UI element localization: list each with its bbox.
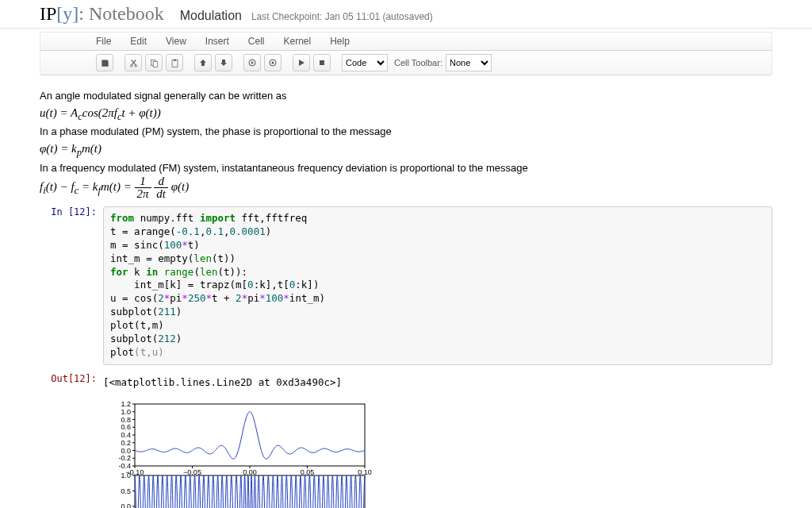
svg-text:0.0: 0.0 xyxy=(121,446,131,454)
copy-button[interactable] xyxy=(145,54,163,71)
output-prompt: Out[12]: xyxy=(40,373,103,391)
menu-file[interactable]: File xyxy=(96,36,111,47)
celltoolbar-label: Cell Toolbar: xyxy=(394,58,442,67)
logo-ip: IP xyxy=(40,3,56,24)
svg-text:0.5: 0.5 xyxy=(121,487,131,495)
runall-button[interactable] xyxy=(264,54,282,71)
svg-text:0.4: 0.4 xyxy=(121,431,131,439)
celltoolbar-select[interactable]: None xyxy=(446,54,492,71)
menu-view[interactable]: View xyxy=(166,36,186,47)
menu-help[interactable]: Help xyxy=(330,36,350,47)
checkpoint-text: Last Checkpoint: Jan 05 11:01 (autosaved… xyxy=(251,11,433,22)
markdown-cell[interactable]: An angle modulated signal generally can … xyxy=(40,88,772,200)
play-icon xyxy=(297,59,305,67)
celltype-select[interactable]: Code xyxy=(342,54,388,71)
svg-text:0.0: 0.0 xyxy=(121,502,131,508)
svg-text:0.6: 0.6 xyxy=(121,423,131,431)
moveup-button[interactable] xyxy=(194,54,212,71)
menubar: File Edit View Insert Cell Kernel Help xyxy=(40,32,772,51)
logo-notebook: Notebook xyxy=(89,3,164,24)
svg-text:1.0: 1.0 xyxy=(121,471,131,479)
svg-text:0.2: 0.2 xyxy=(121,438,131,446)
save-icon xyxy=(101,59,109,67)
input-prompt: In [12]: xyxy=(40,206,103,365)
menu-kernel[interactable]: Kernel xyxy=(284,36,312,47)
svg-point-8 xyxy=(272,62,274,64)
equation-2: φ(t) = kpm(t) xyxy=(40,140,772,160)
paste-button[interactable] xyxy=(166,54,183,71)
save-button[interactable] xyxy=(96,54,113,71)
code-cell: In [12]: from numpy.fft import fft,fftfr… xyxy=(40,206,772,365)
copy-icon xyxy=(150,59,159,67)
menu-cell[interactable]: Cell xyxy=(248,36,265,47)
matplotlib-figure: -0.4-0.20.00.20.40.60.81.01.2−0.10−0.050… xyxy=(103,396,373,508)
play-step-icon xyxy=(248,59,256,67)
svg-text:-0.2: -0.2 xyxy=(118,454,131,462)
notebook-title[interactable]: Modulation xyxy=(180,9,242,23)
stop-icon xyxy=(318,59,326,67)
toolbar: Code Cell Toolbar: None xyxy=(40,51,772,75)
cut-button[interactable] xyxy=(124,54,142,71)
text-line: In a phase modulated (PM) system, the ph… xyxy=(40,124,772,140)
svg-text:1.2: 1.2 xyxy=(121,400,131,408)
menu-edit[interactable]: Edit xyxy=(130,36,147,47)
svg-rect-9 xyxy=(320,60,324,65)
svg-rect-3 xyxy=(153,61,158,67)
text-line: In a frequency modulated (FM) system, in… xyxy=(40,160,772,176)
svg-rect-5 xyxy=(174,59,176,60)
arrow-up-icon xyxy=(199,59,207,67)
svg-rect-39 xyxy=(135,475,365,508)
play-button[interactable] xyxy=(293,54,310,71)
run-button[interactable] xyxy=(243,54,261,71)
arrow-down-icon xyxy=(220,59,228,67)
logo-bracket: [y]: xyxy=(56,3,84,24)
output-cell: Out[12]: [<matplotlib.lines.Line2D at 0x… xyxy=(40,373,772,391)
equation-3: fi(t) − fc = kfm(t) = 12π ddt φ(t) xyxy=(40,175,772,200)
play-circle-icon xyxy=(269,59,277,67)
svg-text:1.0: 1.0 xyxy=(121,407,131,415)
cut-icon xyxy=(129,59,138,67)
stop-button[interactable] xyxy=(313,54,331,71)
output-text: [<matplotlib.lines.Line2D at 0xd3a490c>] xyxy=(103,373,772,391)
menu-insert[interactable]: Insert xyxy=(205,36,229,47)
svg-rect-10 xyxy=(135,404,365,466)
app-header: IP[y]: Notebook Modulation Last Checkpoi… xyxy=(0,0,812,29)
paste-icon xyxy=(170,59,179,67)
notebook-content: An angle modulated signal generally can … xyxy=(0,75,812,508)
logo: IP[y]: Notebook xyxy=(40,3,164,25)
output-plot: -0.4-0.20.00.20.40.60.81.01.2−0.10−0.050… xyxy=(103,396,772,508)
movedown-button[interactable] xyxy=(215,54,232,71)
equation-1: u(t) = Accos(2πfct + φ(t)) xyxy=(40,104,772,125)
svg-text:0.8: 0.8 xyxy=(121,415,131,423)
code-input[interactable]: from numpy.fft import fft,fftfreq t = ar… xyxy=(103,206,772,365)
text-line: An angle modulated signal generally can … xyxy=(40,88,772,104)
